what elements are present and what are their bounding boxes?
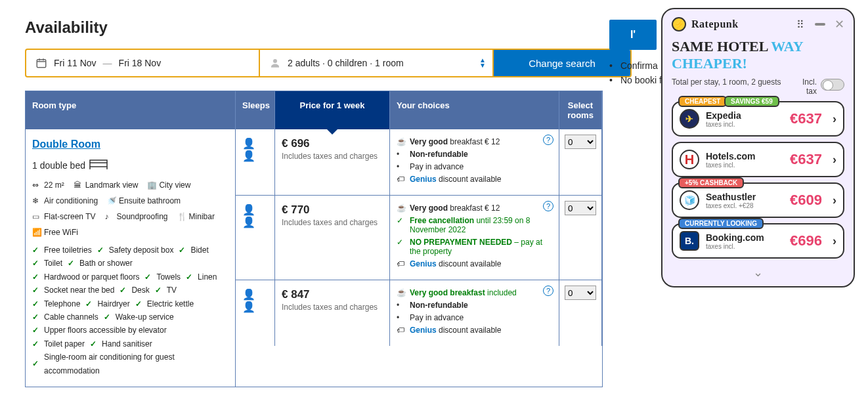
offer-price: €637 xyxy=(790,110,822,127)
widget-subtitle: Total per stay, 1 room, 2 guests xyxy=(672,77,781,87)
choice-line: •Non-refundable xyxy=(397,301,552,310)
room-details-cell: Double Room 1 double bed ⇔22 m²🏛Landmark… xyxy=(26,129,236,387)
th-choices: Your choices xyxy=(390,91,559,129)
svg-rect-2 xyxy=(90,163,107,167)
select-cell: 0 xyxy=(559,129,602,195)
incl-tax-toggle[interactable] xyxy=(821,79,844,91)
rooms-select[interactable]: 0 xyxy=(565,286,596,300)
choice-line: 🏷Genius discount available xyxy=(397,259,552,268)
room-name-link[interactable]: Double Room xyxy=(32,138,100,150)
minimize-icon[interactable] xyxy=(815,23,825,26)
room-feature: ♪Soundproofing xyxy=(104,212,167,221)
th-select: Select rooms xyxy=(559,91,602,129)
info-icon[interactable]: ? xyxy=(543,135,553,145)
select-cell: 0 xyxy=(559,196,602,280)
guests-text: 2 adults · 0 children · 1 room xyxy=(288,58,404,68)
room-amenity: ✓Free toiletries xyxy=(32,244,92,257)
choice-line: 🏷Genius discount available xyxy=(397,175,552,184)
room-amenity: ✓TV xyxy=(155,284,177,297)
price-offer[interactable]: CHEAPESTSAVINGS €59✈Expediataxes incl.€6… xyxy=(672,101,844,137)
offer-price: €609 xyxy=(790,192,822,209)
choice-line: ✓Free cancellation until 23:59 on 8 Nove… xyxy=(397,216,552,234)
room-amenity: ✓Wake-up service xyxy=(104,310,174,324)
room-amenity: ✓Socket near the bed xyxy=(32,284,114,297)
info-icon[interactable]: ? xyxy=(543,286,553,296)
info-icon[interactable]: ? xyxy=(543,201,553,211)
provider-icon: H xyxy=(680,150,699,169)
room-amenity: ✓Telephone xyxy=(32,297,80,310)
room-amenity: ✓Cable channels xyxy=(32,310,98,324)
provider-name: Booking.com xyxy=(706,232,783,243)
room-amenity: ✓Linen xyxy=(186,270,217,284)
th-sleeps: Sleeps xyxy=(236,91,275,129)
room-amenity: ✓Hardwood or parquet floors xyxy=(32,270,139,284)
tax-note: taxes excl. +€28 xyxy=(706,202,783,209)
price-cell: € 847Includes taxes and charges xyxy=(275,280,390,346)
widget-title: SAME HOTEL WAY CHEAPER! xyxy=(672,38,844,72)
room-amenity: ✓Hand sanitiser xyxy=(90,337,152,350)
sleeps-cell: 👤👤 xyxy=(236,280,275,346)
provider-name: Expedia xyxy=(706,110,783,121)
room-amenity: ✓Safety deposit box xyxy=(97,244,174,257)
reserve-button[interactable]: I' xyxy=(609,20,657,50)
bed-icon xyxy=(89,157,108,174)
date-separator: — xyxy=(103,58,112,68)
room-feature: 🍴Minibar xyxy=(177,212,215,221)
choice-line: •Pay in advance xyxy=(397,313,552,322)
offer-price: €696 xyxy=(790,232,822,249)
close-icon[interactable]: ✕ xyxy=(835,17,844,32)
chevron-right-icon: › xyxy=(833,112,836,126)
availability-heading: Availability xyxy=(25,18,632,37)
price-cell: € 770Includes taxes and charges xyxy=(275,196,390,280)
price-offer[interactable]: +5% CASHBACK🧊Seathustlertaxes excl. +€28… xyxy=(672,182,844,218)
chevron-right-icon: › xyxy=(833,234,836,248)
price-offer[interactable]: HHotels.comtaxes incl.€637› xyxy=(672,142,844,177)
offer-badge: SAVINGS €59 xyxy=(724,96,779,107)
bed-text: 1 double bed xyxy=(32,160,85,171)
incl-tax-label: Incl. tax xyxy=(797,77,817,96)
provider-name: Seathustler xyxy=(706,192,783,202)
select-cell: 0 xyxy=(559,280,602,346)
choice-line: ☕Very good breakfast € 12 xyxy=(397,203,552,213)
room-amenity: ✓Bath or shower xyxy=(68,257,133,270)
calendar-icon xyxy=(35,57,47,69)
chevron-right-icon: › xyxy=(833,153,836,167)
choice-line: ☕Very good breakfast € 12 xyxy=(397,137,552,146)
room-amenity: ✓Upper floors accessible by elevator xyxy=(32,324,167,337)
chevron-down-icon[interactable]: ⌄ xyxy=(672,264,844,281)
choice-line: ☕Very good breakfast included xyxy=(397,288,552,297)
tax-note: taxes incl. xyxy=(706,161,783,169)
menu-icon[interactable]: ⠿ xyxy=(796,18,806,31)
room-feature: ⇔22 m² xyxy=(32,180,64,190)
search-bar: Fri 11 Nov — Fri 18 Nov 2 adults · 0 chi… xyxy=(25,49,632,77)
rooms-select[interactable]: 0 xyxy=(565,201,596,215)
room-amenity: ✓Toilet paper xyxy=(32,337,85,350)
ratepunk-brand: Ratepunk xyxy=(691,18,739,30)
choices-cell: ?☕Very good breakfast € 12✓Free cancella… xyxy=(390,196,559,280)
choice-line: ✓NO PREPAYMENT NEEDED – pay at the prope… xyxy=(397,238,552,256)
availability-table: Room type Sleeps Price for 1 week Your c… xyxy=(25,91,603,387)
sleeps-cell: 👤👤 xyxy=(236,196,275,280)
sleeps-cell: 👤👤 xyxy=(236,129,275,195)
room-feature: ❄Air conditioning xyxy=(32,196,98,205)
rooms-select[interactable]: 0 xyxy=(565,135,596,149)
person-icon xyxy=(269,57,281,69)
choice-line: 🏷Genius discount available xyxy=(397,326,552,335)
svg-point-1 xyxy=(273,59,277,63)
rate-row: 👤👤€ 770Includes taxes and charges?☕Very … xyxy=(236,195,602,280)
offer-badge: CHEAPEST xyxy=(678,96,727,107)
tax-note: taxes incl. xyxy=(706,243,783,250)
choice-line: •Non-refundable xyxy=(397,150,552,159)
price-cell: € 696Includes taxes and charges xyxy=(275,129,390,195)
guests-picker[interactable]: 2 adults · 0 children · 1 room ▲▼ xyxy=(260,50,494,76)
room-feature: ▭Flat-screen TV xyxy=(32,212,95,221)
offer-badge: CURRENTLY LOOKING xyxy=(678,218,764,229)
price-offer[interactable]: CURRENTLY LOOKINGB.Booking.comtaxes incl… xyxy=(672,223,844,259)
room-feature: 📶Free WiFi xyxy=(32,228,78,237)
updown-icon: ▲▼ xyxy=(479,58,486,68)
room-amenity: ✓Electric kettle xyxy=(135,297,194,310)
room-feature: 🏛Landmark view xyxy=(74,180,139,190)
date-picker[interactable]: Fri 11 Nov — Fri 18 Nov xyxy=(26,50,260,76)
room-feature: 🚿Ensuite bathroom xyxy=(107,196,181,205)
provider-name: Hotels.com xyxy=(706,151,783,161)
